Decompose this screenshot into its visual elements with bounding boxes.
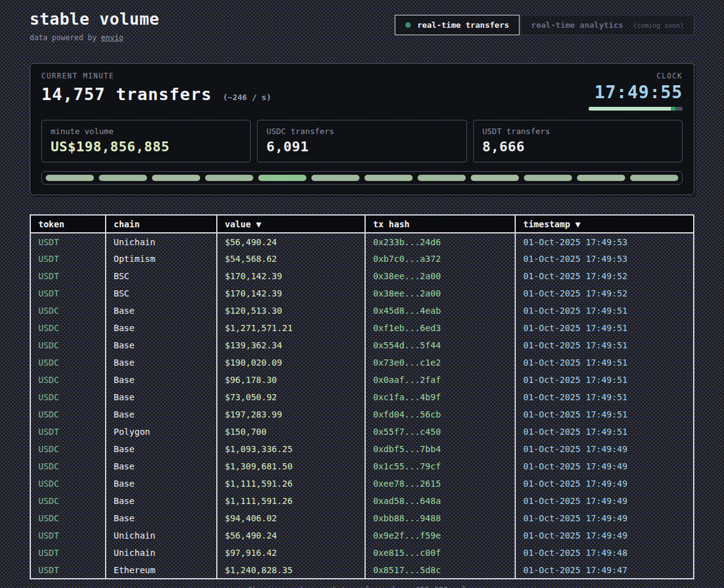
- page-title: stable volume: [30, 10, 159, 28]
- cell-tx-hash[interactable]: 0x55f7...c450: [365, 423, 515, 440]
- table-row: USDTPolygon$150,7000x55f7...c45001-Oct-2…: [30, 423, 694, 440]
- cell-chain: Unichain: [106, 233, 217, 250]
- cell-chain: Unichain: [106, 544, 217, 561]
- cell-value: $96,178.30: [217, 371, 365, 388]
- tab-realtime-analytics[interactable]: real-time analytics (coming soon): [521, 15, 694, 35]
- stat-card-usdc-transfers: USDC transfers 6,091: [257, 120, 466, 162]
- cell-token: USDC: [30, 458, 106, 475]
- live-status-dot-icon: [405, 22, 411, 28]
- cell-tx-hash[interactable]: 0x73e0...c1e2: [365, 354, 515, 371]
- table-header: token chain value ▼ tx hash timestamp ▼: [30, 215, 694, 233]
- cell-tx-hash[interactable]: 0xf1eb...6ed3: [365, 319, 515, 337]
- table-row: USDCBase$1,111,591.260xee78...261501-Oct…: [30, 475, 694, 492]
- cell-value: $1,271,571.21: [217, 319, 365, 337]
- cell-chain: Base: [106, 337, 217, 354]
- table-row: USDTUnichain$56,490.240x233b...24d601-Oc…: [30, 233, 694, 250]
- stat-label: minute volume: [51, 127, 242, 136]
- cell-tx-hash[interactable]: 0x0aaf...2faf: [365, 371, 515, 388]
- cell-tx-hash[interactable]: 0xdbf5...7bb4: [365, 440, 515, 458]
- cell-chain: Base: [106, 440, 217, 458]
- cell-tx-hash[interactable]: 0x554d...5f44: [365, 337, 515, 354]
- table-row: USDCBase$94,406.020xbb88...948801-Oct-20…: [30, 510, 694, 527]
- clock-block: CLOCK 17:49:55: [589, 72, 683, 111]
- cell-tx-hash[interactable]: 0xee78...2615: [365, 475, 515, 492]
- activity-segment: [311, 175, 360, 181]
- cell-value: $56,490.24: [217, 233, 365, 250]
- cell-value: $56,490.24: [217, 527, 365, 544]
- table-row: USDCBase$73,050.920xc1fa...4b9f01-Oct-20…: [30, 388, 694, 406]
- stat-cards-row: minute volume US$198,856,885 USDC transf…: [41, 120, 683, 162]
- cell-token: USDT: [30, 285, 106, 302]
- stat-value-minute-volume: US$198,856,885: [51, 139, 242, 154]
- cell-timestamp: 01-Oct-2025 17:49:51: [515, 337, 694, 354]
- cell-token: USDC: [30, 388, 106, 406]
- cell-token: USDC: [30, 354, 106, 371]
- cell-value: $139,362.34: [217, 337, 365, 354]
- cell-token: USDC: [30, 337, 106, 354]
- cell-tx-hash[interactable]: 0xfd04...56cb: [365, 406, 515, 423]
- cell-chain: Optimism: [106, 250, 217, 267]
- table-row: USDCBase$1,111,591.260xad58...648a01-Oct…: [30, 492, 694, 510]
- activity-segment: [205, 175, 253, 181]
- cell-token: USDT: [30, 544, 106, 561]
- column-header-chain: chain: [106, 215, 217, 233]
- cell-value: $1,309,681.50: [217, 458, 365, 475]
- activity-segment: [364, 175, 413, 181]
- cell-token: USDT: [30, 233, 106, 250]
- cell-chain: Base: [106, 475, 217, 492]
- cell-value: $1,111,591.26: [217, 475, 365, 492]
- cell-timestamp: 01-Oct-2025 17:49:51: [515, 302, 694, 319]
- envio-link[interactable]: envio: [101, 33, 124, 42]
- cell-tx-hash[interactable]: 0x9e2f...f59e: [365, 527, 515, 544]
- tab-bar: real-time transfers real-time analytics …: [395, 15, 694, 35]
- cell-timestamp: 01-Oct-2025 17:49:49: [515, 527, 694, 544]
- activity-segment: [418, 175, 466, 181]
- cell-value: $150,700: [217, 423, 365, 440]
- cell-value: $73,050.92: [217, 388, 365, 406]
- minute-progress-track: [589, 107, 683, 111]
- cell-timestamp: 01-Oct-2025 17:49:49: [515, 492, 694, 510]
- activity-segment: [152, 175, 200, 181]
- tab-realtime-transfers[interactable]: real-time transfers: [395, 15, 520, 35]
- table-row: USDTUnichain$56,490.240x9e2f...f59e01-Oc…: [30, 527, 694, 544]
- cell-token: USDC: [30, 371, 106, 388]
- cell-timestamp: 01-Oct-2025 17:49:49: [515, 440, 694, 458]
- cell-tx-hash[interactable]: 0x38ee...2a00: [365, 285, 515, 302]
- transfers-table: token chain value ▼ tx hash timestamp ▼ …: [30, 214, 694, 579]
- table-row: USDTBSC$170,142.390x38ee...2a0001-Oct-20…: [30, 267, 694, 285]
- cell-timestamp: 01-Oct-2025 17:49:47: [515, 561, 694, 579]
- cell-value: $190,020.09: [217, 354, 365, 371]
- cell-tx-hash[interactable]: 0xad58...648a: [365, 492, 515, 510]
- cell-chain: BSC: [106, 267, 217, 285]
- column-header-timestamp-sort[interactable]: timestamp ▼: [515, 215, 694, 233]
- table-row: USDCBase$96,178.300x0aaf...2faf01-Oct-20…: [30, 371, 694, 388]
- table-row: USDCBase$190,020.090x73e0...c1e201-Oct-2…: [30, 354, 694, 371]
- cell-tx-hash[interactable]: 0xbb88...9488: [365, 510, 515, 527]
- stat-value-usdc-transfers: 6,091: [266, 139, 457, 154]
- cell-tx-hash[interactable]: 0xc1fa...4b9f: [365, 388, 515, 406]
- cell-value: $54,568.62: [217, 250, 365, 267]
- clock-label: CLOCK: [589, 72, 683, 80]
- column-header-value-sort[interactable]: value ▼: [217, 215, 365, 233]
- cell-tx-hash[interactable]: 0xb7c0...a372: [365, 250, 515, 267]
- cell-token: USDT: [30, 527, 106, 544]
- cell-timestamp: 01-Oct-2025 17:49:51: [515, 371, 694, 388]
- cell-tx-hash[interactable]: 0x233b...24d6: [365, 233, 515, 250]
- cell-tx-hash[interactable]: 0x1c55...79cf: [365, 458, 515, 475]
- cell-timestamp: 01-Oct-2025 17:49:51: [515, 354, 694, 371]
- cell-tx-hash[interactable]: 0x45d8...4eab: [365, 302, 515, 319]
- activity-segment: [524, 175, 572, 181]
- cell-timestamp: 01-Oct-2025 17:49:53: [515, 250, 694, 267]
- stat-card-usdt-transfers: USDT transfers 8,666: [473, 120, 683, 162]
- cell-tx-hash[interactable]: 0x8517...5d8c: [365, 561, 515, 579]
- stat-value-usdt-transfers: 8,666: [482, 139, 673, 154]
- cell-value: $1,093,336.25: [217, 440, 365, 458]
- cell-timestamp: 01-Oct-2025 17:49:51: [515, 319, 694, 337]
- tab-label: real-time analytics: [531, 20, 623, 30]
- transfers-tbody: USDTUnichain$56,490.240x233b...24d601-Oc…: [30, 233, 694, 579]
- cell-tx-hash[interactable]: 0x38ee...2a00: [365, 267, 515, 285]
- panel-top-row: CURRENT MINUTE 14,757 transfers (~246 / …: [41, 72, 683, 111]
- cell-tx-hash[interactable]: 0xe815...c00f: [365, 544, 515, 561]
- cell-chain: Base: [106, 492, 217, 510]
- cell-chain: Base: [106, 406, 217, 423]
